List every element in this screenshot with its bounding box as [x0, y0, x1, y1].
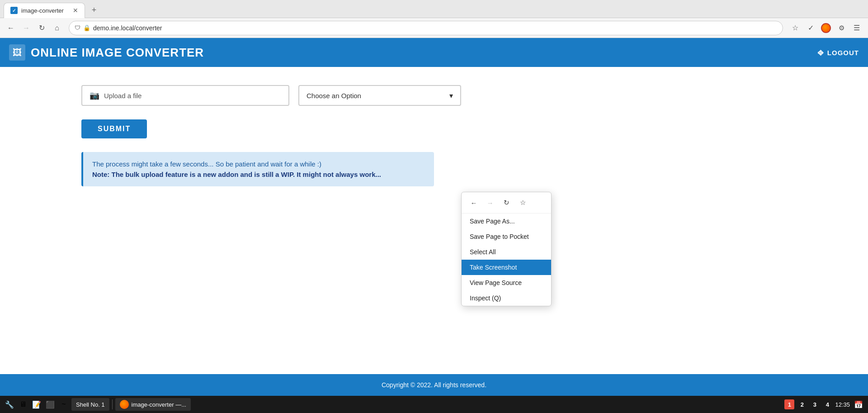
taskbar-shell-item[interactable]: Shell No. 1 [71, 398, 109, 411]
taskbar-settings-icon[interactable]: 🔧 [4, 399, 15, 410]
file-upload-input[interactable]: 📷 Upload a file [81, 85, 289, 106]
app-title-area: 🖼 ONLINE IMAGE CONVERTER [9, 44, 204, 61]
taskbar-shell-icon[interactable]: ~ [58, 399, 70, 410]
upload-placeholder: Upload a file [104, 92, 142, 100]
info-box: The process might take a few seconds... … [81, 152, 434, 186]
firefox-account-button[interactable] [819, 21, 833, 35]
extensions-button[interactable]: ⚙ [835, 21, 848, 35]
taskbar-edit-icon[interactable]: 📝 [31, 399, 42, 410]
ctx-bookmark-button[interactable]: ☆ [516, 196, 529, 209]
taskbar-right: 1 2 3 4 12:35 📅 [784, 399, 864, 410]
workspace-4[interactable]: 4 [822, 399, 832, 409]
ctx-save-page-as[interactable]: Save Page As... [462, 214, 551, 229]
submit-button[interactable]: SUBMIT [81, 119, 147, 138]
footer-copyright: Copyright © 2022. All rights reserved. [382, 381, 486, 389]
home-button[interactable]: ⌂ [51, 22, 63, 34]
app-title: ONLINE IMAGE CONVERTER [31, 46, 204, 60]
tab-title: image-converter [21, 7, 69, 14]
bookmark-button[interactable]: ☆ [788, 21, 802, 35]
app-header: 🖼 ONLINE IMAGE CONVERTER ⎆ LOGOUT [0, 38, 868, 67]
upload-row: 📷 Upload a file Choose an Option ▾ [81, 85, 787, 106]
app-logo-icon: 🖼 [9, 44, 25, 61]
info-line2: Note: The bulk upload feature is a new a… [92, 171, 425, 178]
logout-icon: ⎆ [818, 47, 824, 58]
pocket-button[interactable]: ✓ [804, 21, 817, 35]
logout-button[interactable]: ⎆ LOGOUT [818, 47, 859, 58]
context-menu: ← → ↻ ☆ Save Page As... Save Page to Poc… [461, 192, 552, 306]
new-tab-button[interactable]: + [88, 4, 100, 17]
taskbar: 🔧 🖥 📝 ⬛ ~ Shell No. 1 image-converter —.… [0, 396, 868, 413]
format-dropdown[interactable]: Choose an Option ▾ [298, 85, 461, 106]
taskbar-shell-label: Shell No. 1 [76, 401, 105, 408]
taskbar-time: 12:35 [835, 401, 850, 408]
forward-button[interactable]: → [20, 22, 33, 34]
address-url: demo.ine.local/converter [93, 24, 777, 32]
ctx-forward-button[interactable]: → [483, 196, 497, 209]
security-shield-icon: 🛡 [75, 24, 80, 31]
tab-favicon: ✓ [10, 7, 18, 14]
tab-close-button[interactable]: ✕ [73, 7, 78, 14]
nav-right-icons: ☆ ✓ ⚙ ☰ [788, 21, 863, 35]
ctx-select-all[interactable]: Select All [462, 244, 551, 260]
workspace-1[interactable]: 1 [784, 399, 794, 409]
app-footer: Copyright © 2022. All rights reserved. [0, 374, 868, 396]
back-button[interactable]: ← [5, 22, 17, 34]
taskbar-browser-label: image-converter —... [132, 401, 186, 408]
logout-label: LOGOUT [827, 49, 859, 57]
nav-bar: ← → ↻ ⌂ 🛡 🔒 demo.ine.local/converter ☆ ✓… [0, 18, 868, 38]
workspace-3[interactable]: 3 [810, 399, 820, 409]
tab-bar: ✓ image-converter ✕ + [0, 0, 868, 18]
taskbar-separator [112, 399, 113, 409]
active-tab[interactable]: ✓ image-converter ✕ [4, 3, 85, 18]
ctx-reload-button[interactable]: ↻ [500, 196, 513, 209]
dropdown-label: Choose an Option [307, 92, 361, 100]
context-menu-nav: ← → ↻ ☆ [462, 192, 551, 214]
camera-icon: 📷 [90, 90, 99, 100]
page-body: 🖼 ONLINE IMAGE CONVERTER ⎆ LOGOUT 📷 Uplo… [0, 38, 868, 396]
reload-button[interactable]: ↻ [35, 22, 48, 34]
firefox-avatar-icon [821, 23, 831, 33]
workspace-2[interactable]: 2 [797, 399, 807, 409]
address-bar[interactable]: 🛡 🔒 demo.ine.local/converter [69, 21, 783, 35]
browser-chrome: ✓ image-converter ✕ + ← → ↻ ⌂ 🛡 🔒 demo.i… [0, 0, 868, 38]
ctx-view-page-source[interactable]: View Page Source [462, 275, 551, 290]
taskbar-monitor-icon[interactable]: 🖥 [17, 399, 29, 410]
ctx-back-button[interactable]: ← [467, 196, 481, 209]
taskbar-terminal-icon[interactable]: ⬛ [44, 399, 56, 410]
taskbar-browser-item[interactable]: image-converter —... [115, 398, 191, 411]
ctx-save-to-pocket[interactable]: Save Page to Pocket [462, 229, 551, 244]
main-content: 📷 Upload a file Choose an Option ▾ SUBMI… [0, 67, 868, 374]
taskbar-calendar-icon[interactable]: 📅 [853, 399, 864, 410]
security-lock-icon: 🔒 [83, 24, 90, 31]
ctx-inspect[interactable]: Inspect (Q) [462, 290, 551, 306]
ctx-take-screenshot[interactable]: Take Screenshot [462, 260, 551, 275]
taskbar-firefox-icon [120, 400, 129, 409]
dropdown-arrow-icon: ▾ [449, 91, 453, 100]
info-line1: The process might take a few seconds... … [92, 160, 425, 168]
menu-button[interactable]: ☰ [850, 21, 863, 35]
